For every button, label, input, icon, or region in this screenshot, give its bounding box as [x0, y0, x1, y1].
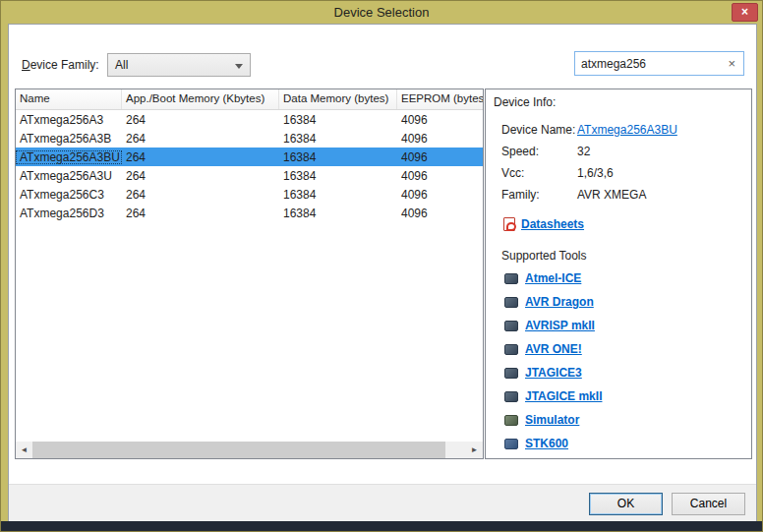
device-selection-dialog: Device Selection × Device Family: All × …	[0, 0, 763, 532]
device-family-dropdown[interactable]: All	[107, 53, 251, 77]
table-row[interactable]: ATxmega256A3U264163844096	[16, 166, 483, 185]
tool-item[interactable]: AVR Dragon	[486, 290, 751, 314]
table-row[interactable]: ATxmega256A3BU264163844096	[16, 148, 483, 166]
close-button[interactable]: ×	[732, 3, 758, 22]
tool-link[interactable]: AVR ONE!	[525, 342, 582, 356]
jtagice-mkii-icon	[504, 391, 518, 402]
tool-link[interactable]: JTAGICE3	[525, 366, 582, 380]
tool-link[interactable]: Simulator	[525, 413, 579, 427]
device-family-label-rest: evice Family:	[30, 58, 99, 72]
search-box: ×	[574, 51, 744, 76]
datasheets-row[interactable]: Datasheets	[503, 217, 751, 231]
dialog-body: Device Family: All × NameApp./Boot Memor…	[8, 24, 757, 523]
table-cell: 264	[122, 150, 279, 164]
footer: OK Cancel	[9, 484, 756, 522]
window-bottom-edge	[1, 521, 762, 531]
device-info-panel: Device Info: Device Name:ATxmega256A3BUS…	[485, 89, 752, 459]
table-cell: ATxmega256A3	[16, 113, 122, 127]
table-cell: 16384	[279, 113, 397, 127]
tool-link[interactable]: AVRISP mkII	[525, 319, 595, 332]
device-info-field: Vcc:1,6/3,6	[486, 162, 751, 184]
field-value[interactable]: ATxmega256A3BU	[577, 121, 677, 139]
tool-link[interactable]: AVR Dragon	[525, 295, 594, 309]
column-header[interactable]: Data Memory (bytes)	[279, 89, 397, 109]
table-cell: 264	[122, 207, 279, 220]
tool-link[interactable]: Atmel-ICE	[525, 271, 581, 285]
table-cell: ATxmega256A3BU	[16, 150, 122, 164]
table-row[interactable]: ATxmega256A3264163844096	[16, 110, 483, 129]
field-value: 32	[577, 143, 590, 160]
search-input[interactable]	[581, 57, 726, 71]
table-cell: 264	[122, 169, 279, 183]
column-header[interactable]: App./Boot Memory (Kbytes)	[122, 89, 279, 109]
tool-link[interactable]: STK600	[525, 437, 568, 450]
table-cell: 16384	[279, 169, 397, 183]
supported-tools-title: Supported Tools	[501, 249, 751, 263]
device-info-field: Family:AVR XMEGA	[486, 184, 751, 206]
device-family-mnemonic: D	[22, 58, 30, 72]
field-label: Speed:	[501, 143, 577, 160]
tool-item[interactable]: JTAGICE3	[486, 361, 751, 384]
field-label: Vcc:	[501, 164, 577, 182]
scrollbar-thumb[interactable]	[32, 442, 445, 458]
tool-item[interactable]: Atmel-ICE	[486, 266, 751, 290]
supported-tools-list: Atmel-ICEAVR DragonAVRISP mkIIAVR ONE!JT…	[486, 266, 751, 455]
toolbar: Device Family: All ×	[9, 53, 756, 77]
scroll-left-icon[interactable]: ◄	[16, 442, 32, 458]
close-icon: ×	[741, 5, 748, 19]
table-cell: 16384	[279, 207, 397, 220]
clear-search-icon[interactable]: ×	[726, 57, 737, 70]
device-table: NameApp./Boot Memory (Kbytes)Data Memory…	[15, 89, 484, 459]
tool-item[interactable]: AVR ONE!	[486, 337, 751, 361]
jtagice3-icon	[504, 368, 518, 379]
table-header: NameApp./Boot Memory (Kbytes)Data Memory…	[16, 89, 483, 110]
table-row[interactable]: ATxmega256D3264163844096	[16, 204, 483, 222]
ok-button[interactable]: OK	[589, 493, 663, 515]
table-cell: ATxmega256A3U	[16, 169, 122, 183]
table-cell: 4096	[397, 207, 483, 220]
column-header[interactable]: EEPROM (bytes)	[397, 89, 483, 109]
table-cell: 4096	[397, 132, 483, 146]
tool-link[interactable]: JTAGICE mkII	[525, 389, 602, 403]
table-cell: 264	[122, 188, 279, 202]
simulator-icon	[504, 415, 518, 426]
table-cell: ATxmega256C3	[16, 188, 122, 202]
device-family-label: Device Family:	[22, 58, 99, 72]
tool-item[interactable]: JTAGICE mkII	[486, 384, 751, 408]
titlebar: Device Selection ×	[1, 1, 762, 24]
field-label: Family:	[501, 186, 577, 204]
table-cell: 4096	[397, 188, 483, 202]
table-cell: ATxmega256D3	[16, 207, 122, 220]
avr-dragon-icon	[504, 297, 518, 308]
stk600-icon	[504, 439, 518, 449]
column-header[interactable]: Name	[16, 89, 122, 109]
window-title: Device Selection	[334, 5, 430, 20]
avr-one-icon	[504, 344, 518, 355]
horizontal-scrollbar[interactable]: ◄ ►	[16, 442, 483, 458]
table-cell: ATxmega256A3B	[16, 132, 122, 146]
scroll-right-icon[interactable]: ►	[466, 442, 483, 458]
tool-item[interactable]: Simulator	[486, 408, 751, 432]
table-cell: 264	[122, 113, 279, 127]
device-table-body: ATxmega256A3264163844096ATxmega256A3B264…	[16, 110, 483, 222]
field-label: Device Name:	[501, 121, 577, 139]
table-cell: 264	[122, 132, 279, 146]
table-cell: 16384	[279, 150, 397, 164]
tool-item[interactable]: AVRISP mkII	[486, 314, 751, 337]
scrollbar-track[interactable]	[445, 442, 466, 458]
table-cell: 4096	[397, 113, 483, 127]
table-cell: 16384	[279, 132, 397, 146]
table-row[interactable]: ATxmega256C3264163844096	[16, 185, 483, 204]
field-value: AVR XMEGA	[577, 186, 646, 204]
field-value: 1,6/3,6	[577, 164, 614, 182]
device-info-title: Device Info:	[486, 89, 751, 113]
datasheets-link[interactable]: Datasheets	[521, 217, 584, 231]
device-info-field: Speed:32	[486, 141, 751, 162]
table-row[interactable]: ATxmega256A3B264163844096	[16, 129, 483, 148]
device-family-selected-value: All	[115, 58, 128, 72]
cancel-button[interactable]: Cancel	[672, 493, 745, 515]
chevron-down-icon	[235, 64, 243, 69]
table-cell: 16384	[279, 188, 397, 202]
tool-item[interactable]: STK600	[486, 432, 751, 455]
atmel-ice-icon	[504, 273, 518, 284]
